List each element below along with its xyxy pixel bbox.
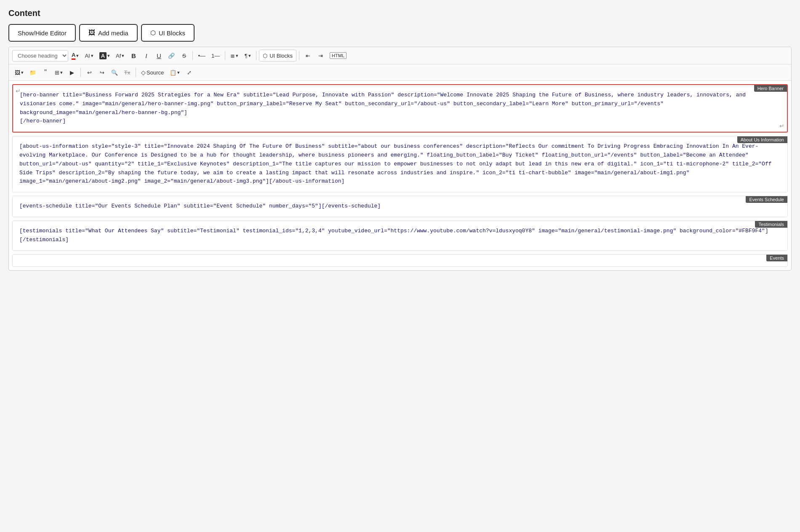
bullet-list-button[interactable]: •— (195, 50, 208, 61)
font-bg-button[interactable]: A ▾ (97, 50, 112, 61)
table-button[interactable]: ⊞ ▾ (52, 66, 65, 78)
separator-4 (299, 51, 299, 60)
events-schedule-block: Events Schedule [events-schedule title="… (12, 196, 788, 217)
events-label: Events (766, 255, 787, 261)
video-button[interactable]: ▶ (66, 66, 78, 78)
ui-blocks-format-icon: ⬡ (263, 53, 267, 59)
heading-select[interactable]: Choose heading (12, 50, 68, 61)
testimonials-label: Testimonials (755, 221, 787, 228)
hero-banner-block: ↵ Hero Banner [hero-banner title="Busine… (12, 84, 788, 133)
about-us-block: About Us Information [about-us-informati… (12, 136, 788, 192)
indent-out-button[interactable]: ⇤ (302, 50, 314, 61)
testimonials-content[interactable]: [testimonials title="What Our Attendees … (13, 221, 787, 250)
separator-1 (192, 51, 193, 60)
paragraph-button[interactable]: ¶ ▾ (242, 50, 253, 61)
italic-button[interactable]: I (140, 50, 152, 61)
redo-button[interactable]: ↪ (96, 66, 108, 78)
add-media-icon: 🖼 (88, 29, 95, 37)
block-handle-tl: ↵ (16, 88, 21, 94)
indent-in-button[interactable]: ⇥ (315, 50, 326, 61)
quote-button[interactable]: " (40, 66, 51, 78)
separator-3 (256, 51, 256, 60)
html-button[interactable]: HTML (327, 50, 349, 61)
separator-6 (136, 68, 136, 77)
events-schedule-content[interactable]: [events-schedule title="Our Events Sched… (13, 196, 787, 217)
undo-button[interactable]: ↩ (83, 66, 95, 78)
bold-button[interactable]: B (128, 50, 139, 61)
block-handle-br: ↵ (779, 122, 784, 129)
events-block: Events (12, 254, 788, 267)
font-color-button[interactable]: A ▾ (69, 50, 81, 61)
format-bar-1: Choose heading A ▾ AI ▾ A ▾ Af ▾ B I U 🔗… (9, 47, 791, 64)
source-button[interactable]: ◇ Source (139, 66, 166, 78)
underline-button[interactable]: U (153, 50, 165, 61)
testimonials-block: Testimonials [testimonials title="What O… (12, 221, 788, 251)
ordered-list-button[interactable]: 1— (209, 50, 222, 61)
hero-banner-content[interactable]: [hero-banner title="Business Forward 202… (13, 85, 787, 132)
strikethrough-button[interactable]: S (178, 50, 190, 61)
about-us-label: About Us Information (737, 136, 787, 143)
hero-banner-label: Hero Banner (754, 85, 787, 92)
format-bar-2: 🖼 ▾ 📁 " ⊞ ▾ ▶ ↩ ↪ 🔍 Tx ◇ (9, 64, 791, 81)
link-button[interactable]: 🔗 (165, 50, 177, 61)
about-us-content[interactable]: [about-us-information style="style-3" ti… (13, 136, 787, 192)
fullscreen-button[interactable]: ⤢ (183, 66, 195, 78)
separator-5 (80, 68, 81, 77)
font-family-button[interactable]: Af ▾ (113, 50, 127, 61)
ui-blocks-button[interactable]: ⬡ UI Blocks (141, 24, 195, 42)
image-button[interactable]: 🖼 ▾ (12, 66, 26, 78)
page-title: Content (8, 8, 792, 18)
events-content[interactable] (13, 255, 787, 266)
copy-button[interactable]: 📋 ▾ (167, 66, 182, 78)
font-size-button[interactable]: AI ▾ (82, 50, 96, 61)
ui-blocks-format-button[interactable]: ⬡ UI Blocks (259, 50, 296, 61)
clear-format-button[interactable]: Tx (121, 66, 133, 78)
show-hide-editor-button[interactable]: Show/Hide Editor (8, 24, 76, 42)
align-button[interactable]: ≣ ▾ (228, 50, 241, 61)
folder-button[interactable]: 📁 (27, 66, 39, 78)
events-schedule-label: Events Schedule (746, 196, 787, 203)
content-area: ↵ Hero Banner [hero-banner title="Busine… (9, 84, 791, 267)
find-replace-button[interactable]: 🔍 (109, 66, 120, 78)
ui-blocks-icon: ⬡ (150, 29, 156, 37)
separator-2 (225, 51, 225, 60)
editor-container: Choose heading A ▾ AI ▾ A ▾ Af ▾ B I U 🔗… (8, 47, 792, 271)
add-media-button[interactable]: 🖼 Add media (79, 24, 138, 42)
main-toolbar: Show/Hide Editor 🖼 Add media ⬡ UI Blocks (8, 24, 792, 42)
